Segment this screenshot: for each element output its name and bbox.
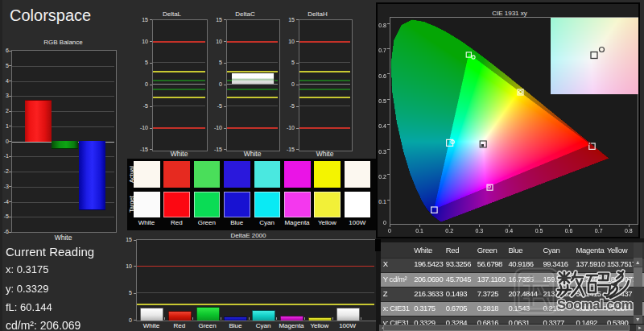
- svg-text:Soomal.com: Soomal.com: [557, 297, 633, 312]
